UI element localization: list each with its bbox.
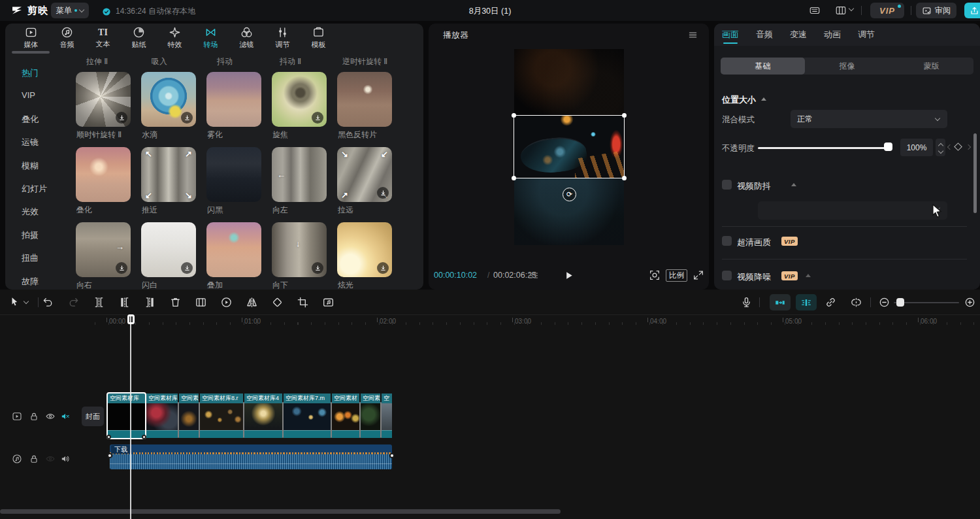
trim-right-icon[interactable] <box>144 296 156 309</box>
cursor-tool-button[interactable] <box>9 296 28 308</box>
tab-transition[interactable]: 转场 <box>193 24 229 52</box>
playhead-handle[interactable] <box>127 314 135 324</box>
rotate-icon[interactable] <box>271 296 284 309</box>
undo-icon[interactable] <box>42 296 54 309</box>
category-item[interactable]: 拍摄 <box>22 229 39 241</box>
tab-sticker[interactable]: 贴纸 <box>121 24 157 52</box>
transition-thumbnail[interactable] <box>206 147 261 202</box>
collapse-icon[interactable] <box>791 183 796 186</box>
prev-keyframe-icon[interactable] <box>947 144 953 150</box>
speaker-icon[interactable] <box>60 454 71 464</box>
inspector-tab[interactable]: 变速 <box>790 24 807 46</box>
resize-handle[interactable] <box>622 113 627 118</box>
transition-item[interactable]: 叠加 <box>206 222 267 290</box>
lock-icon[interactable] <box>29 454 39 464</box>
timeline-clip[interactable]: 空间素材库7.m <box>284 393 331 438</box>
hd-quality-checkbox[interactable] <box>722 236 732 246</box>
transition-thumbnail[interactable]: ↖↗↙↘ <box>141 147 196 202</box>
trim-handle[interactable] <box>389 453 395 458</box>
redo-icon[interactable] <box>67 296 80 309</box>
tab-filter[interactable]: 滤镜 <box>229 24 265 52</box>
transition-thumbnail[interactable] <box>206 222 261 277</box>
inspector-tab[interactable]: 动画 <box>824 24 841 46</box>
transition-marker[interactable] <box>359 402 361 438</box>
transition-thumbnail[interactable] <box>141 72 196 127</box>
review-button[interactable]: 审阅 <box>916 3 956 18</box>
inspector-tab[interactable]: 调节 <box>858 24 875 46</box>
mute-icon[interactable] <box>60 411 71 422</box>
inspector-subtab[interactable]: 抠像 <box>805 58 889 75</box>
link-icon[interactable] <box>825 296 837 309</box>
crop-icon[interactable] <box>297 296 309 309</box>
transition-item[interactable]: ↓向下 <box>272 222 332 290</box>
audio-track-icon[interactable] <box>12 454 22 464</box>
fullscreen-icon[interactable] <box>693 269 704 281</box>
category-item[interactable]: 运镜 <box>22 137 39 148</box>
transition-item[interactable]: 闪白 <box>141 222 201 290</box>
unlink-icon[interactable] <box>850 296 862 309</box>
tab-audio[interactable]: 音频 <box>49 24 85 52</box>
resize-handle[interactable] <box>622 176 627 180</box>
trim-handle[interactable] <box>142 435 146 439</box>
resize-handle[interactable] <box>512 176 516 180</box>
tab-media[interactable]: 媒体 <box>13 24 49 52</box>
rotate-handle[interactable]: ⟳ <box>563 188 576 201</box>
transition-item[interactable]: →向右 <box>76 222 136 290</box>
transition-thumbnail[interactable]: ← <box>272 147 327 202</box>
chevron-down-icon[interactable] <box>849 6 854 11</box>
transition-item[interactable]: 雾化 <box>206 72 267 141</box>
timeline-clip[interactable]: 空间素材库4 <box>244 393 282 438</box>
transition-thumbnail[interactable] <box>76 72 131 127</box>
lock-icon[interactable] <box>29 411 39 422</box>
timeline-clip[interactable]: 空间素材库8.r <box>200 393 243 438</box>
trim-handle[interactable] <box>107 453 112 458</box>
trim-left-icon[interactable] <box>118 296 131 309</box>
denoise-checkbox[interactable] <box>722 271 732 280</box>
opacity-stepper[interactable] <box>936 139 945 156</box>
inspector-tab[interactable]: 画面 <box>722 24 739 46</box>
opacity-value[interactable]: 100% <box>900 139 933 156</box>
video-track-icon[interactable] <box>12 411 22 422</box>
transition-marker[interactable] <box>178 402 179 438</box>
extract-audio-icon[interactable] <box>322 296 335 309</box>
timeline-clip[interactable]: 空间素 <box>361 393 380 438</box>
shortcut-keys-icon[interactable] <box>809 5 821 16</box>
audio-clip[interactable]: 下载 <box>110 444 392 469</box>
selection-border[interactable] <box>514 115 625 178</box>
transition-thumbnail[interactable] <box>76 147 131 202</box>
mirror-icon[interactable] <box>246 296 258 309</box>
inspector-subtab[interactable]: 蒙版 <box>889 58 973 75</box>
clip-selection-border[interactable] <box>106 392 146 439</box>
timeline-zoom-handle[interactable] <box>896 298 904 307</box>
transition-marker[interactable] <box>199 402 200 438</box>
snap-toggle[interactable] <box>796 294 817 310</box>
transition-marker[interactable] <box>243 402 244 438</box>
eye-icon[interactable] <box>45 454 56 464</box>
step-down-icon[interactable] <box>938 148 943 154</box>
stabilize-level-select[interactable] <box>758 201 947 220</box>
horizontal-scrollbar[interactable] <box>0 509 561 514</box>
zoom-in-icon[interactable] <box>964 296 976 309</box>
marks-list-icon[interactable] <box>527 269 540 282</box>
export-button[interactable] <box>964 3 980 18</box>
transition-thumbnail[interactable]: ↘↙↗↖ <box>337 147 392 202</box>
inspector-tab[interactable]: 音频 <box>756 24 773 46</box>
category-item[interactable]: VIP <box>22 90 35 100</box>
category-item[interactable]: 光效 <box>22 206 39 218</box>
layout-icon[interactable] <box>835 5 847 16</box>
opacity-slider[interactable] <box>758 147 889 149</box>
transition-item[interactable]: 黑色反转片 <box>337 72 397 141</box>
reverse-icon[interactable] <box>220 296 233 309</box>
transition-thumbnail[interactable] <box>337 222 392 277</box>
category-item[interactable]: 故障 <box>22 276 39 288</box>
tab-text[interactable]: TI文本 <box>85 24 121 52</box>
collapse-icon[interactable] <box>806 274 811 277</box>
scrollbar[interactable] <box>973 133 977 213</box>
transition-item[interactable]: 旋焦 <box>272 72 332 141</box>
transition-item[interactable]: ↖↗↙↘推近 <box>141 147 201 216</box>
transition-item[interactable]: 闪黑 <box>206 147 267 216</box>
transition-thumbnail[interactable]: ↓ <box>272 222 327 277</box>
category-item[interactable]: 叠化 <box>22 114 39 126</box>
tab-effects[interactable]: 特效 <box>157 24 193 52</box>
tab-template[interactable]: 模板 <box>301 24 336 52</box>
